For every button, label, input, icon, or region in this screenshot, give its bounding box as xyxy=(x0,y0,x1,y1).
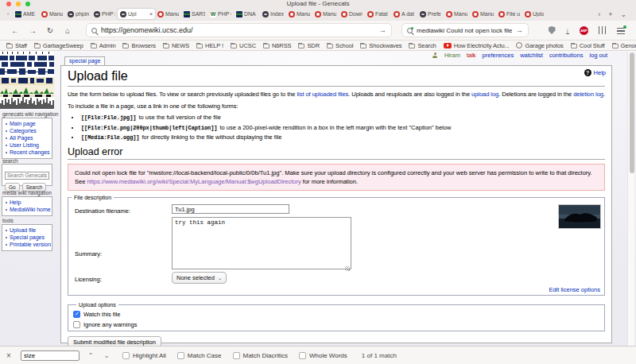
summary-textarea[interactable]: try this again xyxy=(172,217,351,269)
scrollbar-track[interactable] xyxy=(627,51,634,346)
scrollbar-thumb[interactable] xyxy=(630,52,634,173)
uploaded-file-thumbnail[interactable] xyxy=(558,204,601,229)
watch-file-checkbox[interactable] xyxy=(73,311,80,318)
browser-tab[interactable]: Manu xyxy=(39,9,65,19)
submit-button[interactable]: Submit modified file description xyxy=(68,336,161,346)
new-tab-button[interactable]: + xyxy=(608,10,612,18)
app-menu-icon[interactable] xyxy=(617,27,625,34)
list-of-uploaded-files-link[interactable]: list of uploaded files xyxy=(297,91,348,98)
browser-tab[interactable]: phpin xyxy=(65,9,91,19)
find-close-icon[interactable]: × xyxy=(6,351,14,360)
bookmark-item[interactable]: HELP ! xyxy=(196,42,223,49)
match-case-option[interactable]: Match Case xyxy=(177,352,222,359)
back-button[interactable]: ← xyxy=(6,26,24,35)
bookmark-item[interactable]: N6RSS xyxy=(263,42,292,49)
search-go-arrow-icon[interactable]: → xyxy=(516,26,523,34)
find-previous-icon[interactable]: ⌃ xyxy=(86,352,95,359)
contributions-link[interactable]: contributions xyxy=(549,52,584,59)
home-button[interactable]: ⌂ xyxy=(59,26,76,35)
logout-link[interactable]: log out xyxy=(589,52,607,59)
highlight-all-checkbox[interactable] xyxy=(122,352,130,359)
browser-tab[interactable]: Index xyxy=(260,9,286,19)
search-query-text[interactable]: mediawiki Could not open lock file for xyxy=(417,27,512,34)
browser-tab[interactable]: Manu xyxy=(286,9,312,19)
address-bar[interactable]: https://genomewiki.ucsc.edu/ → xyxy=(86,23,392,37)
browser-tab[interactable]: PHP 8 xyxy=(91,9,118,19)
go-arrow-icon[interactable]: → xyxy=(379,26,386,34)
sidebar-item-upload-file[interactable]: Upload file xyxy=(5,227,51,234)
match-case-checkbox[interactable] xyxy=(177,352,184,359)
browser-tab[interactable]: A dat xyxy=(391,9,417,19)
browser-tab[interactable]: Fatal xyxy=(365,9,391,19)
browser-tab[interactable]: Uplo xyxy=(522,9,549,19)
bookmark-item[interactable]: Browsers xyxy=(122,42,155,49)
bookmark-item[interactable]: School xyxy=(327,42,353,49)
ignore-warnings-checkbox[interactable] xyxy=(73,321,80,328)
bookmark-item[interactable]: Shockwaves xyxy=(360,42,401,49)
bookmark-item[interactable]: SDR xyxy=(298,42,320,49)
browser-tab[interactable]: Manu xyxy=(444,9,470,19)
sidebar-item-mediawiki-home[interactable]: MediaWiki home xyxy=(5,206,51,213)
edit-license-options-link[interactable]: Edit license options xyxy=(549,286,600,293)
downloads-icon[interactable]: ↓ xyxy=(566,27,570,34)
textarea-resize-grip[interactable] xyxy=(345,266,350,271)
bookmark-item[interactable]: Admin xyxy=(91,42,116,49)
adblock-plus-icon[interactable]: ABP xyxy=(580,26,588,35)
wiki-search-input[interactable] xyxy=(5,172,49,180)
deletion-log-link[interactable]: deletion log xyxy=(573,91,603,98)
mediawiki-manual-link[interactable]: https://www.mediawiki.org/wiki/Special:M… xyxy=(87,178,301,185)
preferences-link[interactable]: preferences xyxy=(483,52,514,59)
forward-button[interactable]: → xyxy=(24,26,41,35)
library-icon[interactable] xyxy=(599,26,607,34)
tab-close-icon[interactable]: × xyxy=(149,11,153,17)
browser-tab[interactable]: AME xyxy=(13,9,39,19)
whole-words-option[interactable]: Whole Words xyxy=(299,352,347,359)
tab-list-dropdown-icon[interactable]: ⌄ xyxy=(620,10,626,18)
wiki-logo-image[interactable] xyxy=(0,51,54,110)
sidebar-item-user-listing[interactable]: User Listing xyxy=(5,141,51,149)
match-diacritics-option[interactable]: Match Diacritics xyxy=(233,352,288,359)
match-diacritics-checkbox[interactable] xyxy=(233,352,240,359)
highlight-all-option[interactable]: Highlight All xyxy=(122,352,166,359)
watchlist-link[interactable]: watchlist xyxy=(520,52,543,59)
user-page-link[interactable]: Hiram xyxy=(444,52,460,59)
sidebar-item-printable-version[interactable]: Printable version xyxy=(5,241,51,248)
browser-tab[interactable]: File u xyxy=(496,9,522,19)
browser-tab[interactable]: DNA xyxy=(234,9,260,19)
browser-tab[interactable]: Down xyxy=(339,9,365,19)
bookmark-item[interactable]: NEWS xyxy=(163,42,189,49)
sidebar-item-all-pages[interactable]: All Pages xyxy=(5,134,51,141)
destination-filename-input[interactable] xyxy=(172,204,289,214)
sidebar-item-special-pages[interactable]: Special pages xyxy=(5,234,51,241)
browser-tab[interactable]: Manu xyxy=(470,9,496,19)
bookmark-item[interactable]: Staff xyxy=(6,42,27,49)
search-bar[interactable]: mediawiki Could not open lock file for → xyxy=(401,23,529,37)
help-link[interactable]: ? Help xyxy=(584,69,606,76)
browser-tab-active[interactable]: Upl× xyxy=(118,9,155,19)
bookmark-item[interactable]: UCSC xyxy=(231,42,256,49)
bookmark-item[interactable]: GarbageSweep xyxy=(34,42,83,49)
bookmark-item[interactable]: Cool Stuff xyxy=(571,42,605,49)
browser-tab[interactable]: Prefe xyxy=(417,9,444,19)
tracking-protection-shield-icon[interactable] xyxy=(549,26,556,34)
browser-tab[interactable]: SARS xyxy=(181,9,207,19)
whole-words-checkbox[interactable] xyxy=(299,352,306,359)
browser-tab[interactable]: Manu xyxy=(155,9,181,19)
bookmark-item[interactable]: Search xyxy=(409,42,436,49)
user-talk-link[interactable]: talk xyxy=(467,52,476,59)
tab-scroll-right-icon[interactable]: › xyxy=(598,10,600,18)
find-input[interactable] xyxy=(21,350,80,361)
sidebar-item-recent-changes[interactable]: Recent changes xyxy=(5,149,51,156)
sidebar-item-categories[interactable]: Categories xyxy=(5,127,51,134)
browser-tab[interactable]: Manu xyxy=(312,9,339,19)
licensing-select[interactable]: None selected ⌄ xyxy=(172,272,227,284)
sidebar-item-help[interactable]: Help xyxy=(5,199,51,206)
find-next-icon[interactable]: ⌄ xyxy=(102,352,111,359)
sidebar-item-main-page[interactable]: Main page xyxy=(5,120,51,127)
url-text[interactable]: https://genomewiki.ucsc.edu/ xyxy=(101,26,375,34)
bookmark-item[interactable]: How Electricity Actu... xyxy=(444,42,510,49)
bookmark-item[interactable]: Garage photos xyxy=(516,42,563,49)
browser-tab[interactable]: WPHP C xyxy=(207,9,234,19)
bookmark-item[interactable]: Genomes xyxy=(612,42,636,49)
tab-scroll-left-icon[interactable]: ‹ xyxy=(3,10,13,17)
